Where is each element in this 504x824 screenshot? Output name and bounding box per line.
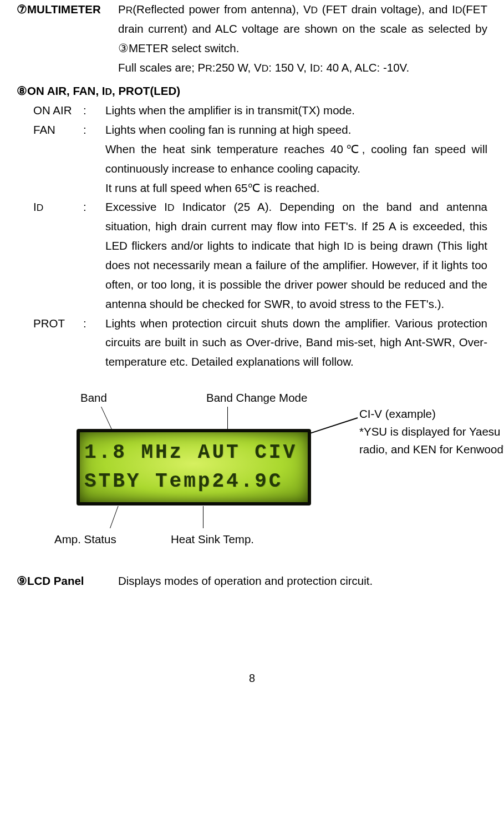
id-colon: :	[83, 198, 105, 314]
prot-colon: :	[83, 314, 105, 372]
fan-row: FAN : Lights when cooling fan is running…	[17, 120, 487, 198]
note-civ: *YSU is displayed for Yaesu radio, and K…	[359, 423, 504, 458]
item-lcd-panel: ⑨LCD Panel Displays modes of operation a…	[17, 572, 487, 591]
id-key: ID	[33, 198, 83, 314]
lcd-line2: STBY Temp24.9C	[84, 467, 303, 496]
fan-p1: Lights when cooling fan is running at hi…	[105, 120, 487, 140]
page-number: 8	[17, 669, 487, 687]
fan-p3: It runs at full speed when 65℃ is reache…	[105, 179, 487, 198]
onair-colon: :	[83, 101, 105, 120]
prot-row: PROT : Lights when protection circuit sh…	[17, 314, 487, 372]
onair-body: Lights when the amplifier is in transmit…	[105, 101, 487, 120]
lcd-line1: 1.8 MHz AUT CIV	[84, 438, 303, 467]
id-body: Excessive ID Indicator (25 A). Depending…	[105, 198, 487, 314]
onair-row: ON AIR : Lights when the amplifier is in…	[17, 101, 487, 120]
fan-p2: When the heat sink temperature reaches 4…	[105, 140, 487, 179]
label-band-change-mode: Band Change Mode	[206, 388, 307, 408]
label-civ: CI-V (example)	[359, 405, 504, 423]
leader-amp	[110, 506, 111, 528]
right-annotation: CI-V (example) *YSU is displayed for Yae…	[359, 405, 504, 458]
fan-body: Lights when cooling fan is running at hi…	[105, 120, 487, 198]
onair-key: ON AIR	[33, 101, 83, 120]
leader-civ	[305, 417, 358, 439]
multimeter-p2: Full scales are; PR:250 W, VD: 150 V, ID…	[118, 58, 487, 78]
multimeter-p1: PR(Reflected power from antenna), VD (FE…	[118, 0, 487, 58]
label-heat-sink-temp: Heat Sink Temp.	[171, 530, 254, 549]
fan-colon: :	[83, 120, 105, 198]
id-row: ID : Excessive ID Indicator (25 A). Depe…	[17, 198, 487, 314]
fan-key: FAN	[33, 120, 83, 198]
label-band: Band	[80, 388, 107, 408]
prot-body: Lights when protection circuit shuts dow…	[105, 314, 487, 372]
top-labels: Band Band Change Mode	[17, 388, 487, 407]
multimeter-label: ⑦MULTIMETER	[17, 0, 118, 77]
lcd-panel-body: Displays modes of operation and protecti…	[118, 572, 373, 591]
leader-hst	[203, 506, 204, 528]
lcd-diagram: Band Band Change Mode CI-V (example) *YS…	[17, 388, 487, 555]
prot-key: PROT	[33, 314, 83, 372]
label-amp-status: Amp. Status	[54, 530, 116, 549]
item8-heading: ⑧ON AIR, FAN, ID, PROT(LED)	[17, 82, 487, 101]
multimeter-body: PR(Reflected power from antenna), VD (FE…	[118, 0, 487, 77]
lcd-screen: 1.8 MHz AUT CIV STBY Temp24.9C	[77, 429, 311, 505]
item-multimeter: ⑦MULTIMETER PR(Reflected power from ante…	[17, 0, 487, 77]
lcd-panel-label: ⑨LCD Panel	[17, 572, 118, 591]
